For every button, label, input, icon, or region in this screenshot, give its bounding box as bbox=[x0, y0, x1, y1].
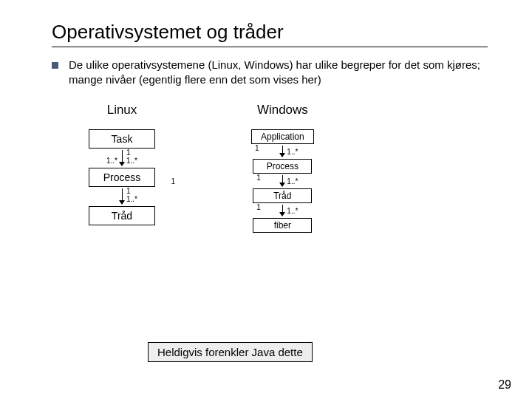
mult-label: 1 bbox=[126, 187, 131, 195]
title-bar: Operativsystemet og tråder bbox=[52, 21, 488, 47]
bullet-item: De ulike operativsystemene (Linux, Windo… bbox=[52, 58, 495, 88]
linux-thread-label: Tråd bbox=[112, 210, 132, 222]
bullet-icon bbox=[52, 62, 58, 69]
footnote-box: Heldigvis forenkler Java dette bbox=[148, 342, 313, 362]
mult-label: 1 bbox=[256, 203, 261, 211]
windows-process-label: Process bbox=[267, 161, 299, 171]
mult-label: 1..* bbox=[126, 157, 137, 165]
windows-app-box: Application 1 bbox=[251, 129, 314, 144]
mult-label: 1..* bbox=[287, 177, 298, 185]
windows-fiber-box: fiber bbox=[253, 218, 312, 233]
windows-heading: Windows bbox=[257, 103, 308, 117]
mult-label: 1 bbox=[126, 149, 131, 157]
link-arrow: 1 1..* bbox=[119, 188, 125, 205]
windows-app-label: Application bbox=[261, 132, 304, 142]
mult-label: 1..* bbox=[287, 207, 298, 215]
linux-task-label: Task bbox=[112, 133, 133, 145]
link-arrow: 1 1..* 1..* bbox=[119, 150, 125, 166]
mult-label: 1 bbox=[255, 144, 259, 152]
page-number: 29 bbox=[498, 378, 511, 392]
mult-label: 1..* bbox=[106, 157, 117, 165]
link-arrow: 1..* bbox=[279, 205, 285, 216]
diagram-area: Linux Task 1 1..* 1..* Process 1 1 1..* bbox=[89, 103, 532, 234]
linux-thread-box: Tråd bbox=[89, 206, 155, 225]
windows-process-box: Process 1 bbox=[253, 159, 312, 174]
linux-heading: Linux bbox=[107, 103, 137, 117]
mult-label: 1 bbox=[256, 174, 261, 182]
mult-label: 1..* bbox=[287, 148, 298, 156]
mult-label: 1..* bbox=[126, 195, 137, 203]
linux-column: Linux Task 1 1..* 1..* Process 1 1 1..* bbox=[89, 103, 155, 234]
linux-process-label: Process bbox=[103, 171, 141, 183]
link-arrow: 1..* bbox=[279, 146, 285, 157]
linux-process-box: Process 1 bbox=[89, 168, 155, 187]
link-arrow: 1..* bbox=[279, 175, 285, 187]
windows-thread-label: Tråd bbox=[273, 191, 291, 201]
bullet-text: De ulike operativsystemene (Linux, Windo… bbox=[69, 58, 495, 88]
windows-fiber-label: fiber bbox=[274, 220, 291, 231]
linux-task-box: Task bbox=[89, 129, 155, 149]
self-mult: 1 bbox=[171, 177, 175, 185]
windows-column: Windows Application 1 1..* Process 1 1..… bbox=[251, 103, 314, 234]
footnote-text: Heldigvis forenkler Java dette bbox=[157, 346, 303, 358]
slide-title: Operativsystemet og tråder bbox=[52, 21, 284, 43]
windows-thread-box: Tråd 1 bbox=[253, 188, 312, 203]
